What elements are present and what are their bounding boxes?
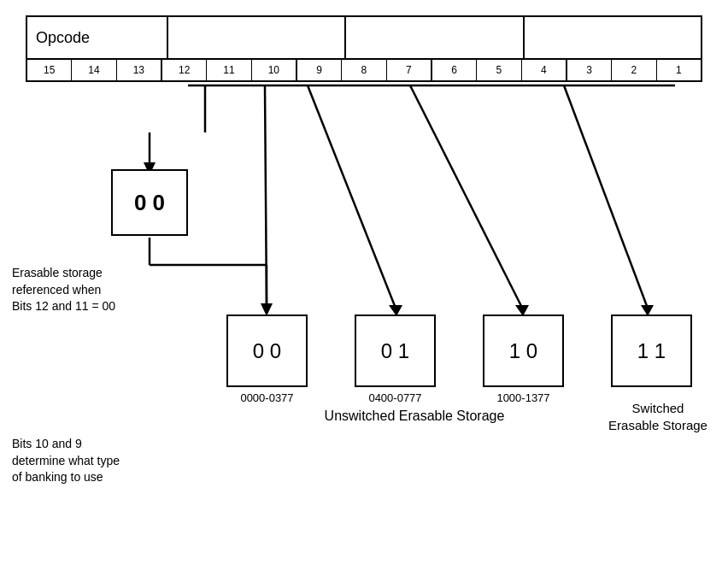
bit-4: 4 (522, 60, 567, 80)
storage-box-00: 0 0 (226, 314, 308, 387)
range-label-0: 0000-0377 (226, 391, 308, 404)
svg-line-6 (308, 85, 395, 306)
range-label-2: 1000-1377 (483, 391, 564, 404)
switched-label: Switched Erasable Storage (607, 400, 709, 433)
unswitched-label: Unswitched Erasable Storage (244, 408, 585, 424)
bit-12: 12 (162, 60, 207, 80)
bit-5: 5 (477, 60, 521, 80)
erasable-ref-label: Erasable storagereferenced whenBits 12 a… (12, 265, 183, 315)
storage-box-11: 1 1 (611, 314, 692, 387)
svg-line-8 (410, 85, 521, 306)
bit-7: 7 (387, 60, 432, 80)
storage-box-10: 1 0 (483, 314, 564, 387)
bit-10: 10 (252, 60, 297, 80)
bit-2: 2 (612, 60, 656, 80)
bit-14: 14 (72, 60, 116, 80)
storage-box-01: 0 1 (355, 314, 436, 387)
bits-banking-label: Bits 10 and 9determine what typeof banki… (12, 436, 191, 486)
bit-8: 8 (342, 60, 386, 80)
bit-13: 13 (117, 60, 162, 80)
bit-3: 3 (567, 60, 612, 80)
svg-line-4 (265, 85, 267, 306)
bit-6: 6 (432, 60, 477, 80)
diagram-container: Opcode 15 14 13 12 11 10 9 8 7 6 5 4 3 2… (0, 0, 728, 576)
svg-line-10 (564, 85, 647, 306)
bits-12-11-box: 0 0 (111, 169, 188, 236)
bit-9: 9 (297, 60, 342, 80)
bit-15: 15 (27, 60, 72, 80)
range-label-1: 0400-0777 (355, 391, 436, 404)
opcode-cell: Opcode (27, 17, 168, 58)
bit-1: 1 (657, 60, 701, 80)
bit-11: 11 (207, 60, 251, 80)
